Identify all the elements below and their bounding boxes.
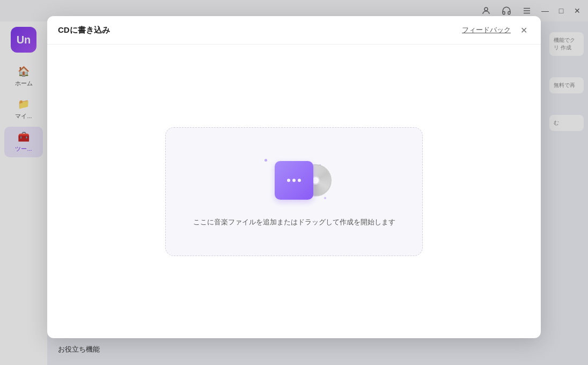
modal-close-button[interactable]: ✕ (517, 24, 530, 36)
drop-zone[interactable]: ここに音楽ファイルを追加またはドラッグして作成を開始します (165, 127, 423, 256)
cd-burn-modal: CDに書き込み フィードバック ✕ (47, 16, 541, 338)
modal-title: CDに書き込み (58, 25, 110, 35)
music-card-icon (275, 161, 313, 200)
drop-instruction-text: ここに音楽ファイルを追加またはドラッグして作成を開始します (193, 217, 395, 227)
modal-header: CDに書き込み フィードバック ✕ (47, 16, 541, 45)
modal-header-right: フィードバック ✕ (462, 24, 530, 36)
modal-overlay: CDに書き込み フィードバック ✕ (0, 0, 588, 365)
cd-illustration (262, 159, 326, 202)
modal-body: ここに音楽ファイルを追加またはドラッグして作成を開始します (47, 45, 541, 338)
music-dots (287, 179, 301, 182)
feedback-link[interactable]: フィードバック (462, 25, 511, 35)
cd-illustration-wrapper (259, 156, 329, 205)
